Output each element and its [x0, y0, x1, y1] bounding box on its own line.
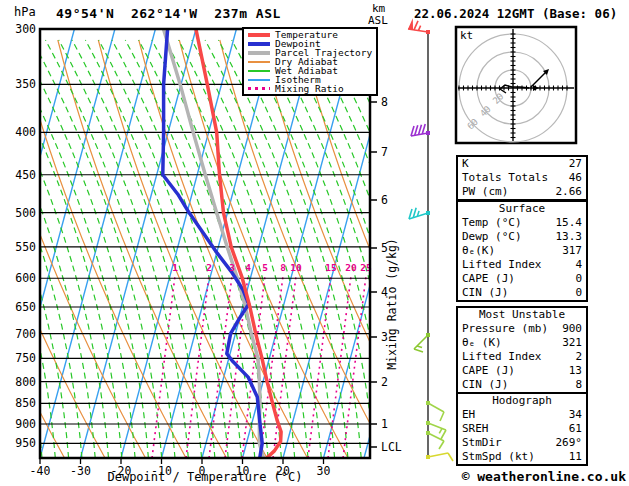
table-title: Surface [458, 202, 586, 216]
row-label: Temp (°C) [462, 216, 522, 230]
row-value: 321 [562, 336, 582, 350]
svg-text:2: 2 [206, 262, 212, 273]
table-row: Dewp (°C)13.3 [458, 230, 586, 244]
altitude-axis-unit-asl: ASL [368, 14, 388, 27]
row-label: CIN (J) [462, 378, 508, 392]
row-value: 34 [569, 408, 582, 422]
table-row: SREH61 [458, 422, 586, 436]
svg-text:650: 650 [15, 300, 36, 314]
table-row: StmSpd (kt)11 [458, 450, 586, 464]
row-label: Pressure (mb) [462, 322, 548, 336]
table-row: CAPE (J)0 [458, 272, 586, 286]
svg-text:8: 8 [381, 95, 388, 109]
wet-adiabat-lines [0, 40, 494, 458]
row-value: 0 [575, 286, 582, 300]
legend-swatch [248, 33, 270, 37]
row-value: 15.4 [556, 216, 583, 230]
hodograph-unit-label: kt [460, 29, 473, 42]
run-datetime: 22.06.2024 12GMT (Base: 06) [414, 6, 617, 21]
table-row: Temp (°C)15.4 [458, 216, 586, 230]
legend-swatch [248, 70, 270, 72]
svg-text:950: 950 [15, 436, 36, 450]
row-label: K [462, 157, 469, 171]
row-value: 2.66 [556, 185, 583, 199]
table-row: CAPE (J)13 [458, 364, 586, 378]
table-row: Pressure (mb)900 [458, 322, 586, 336]
legend-swatch [248, 42, 270, 46]
wind-barb-column [408, 18, 453, 461]
table-surface: SurfaceTemp (°C)15.4Dewp (°C)13.3θₑ(K)31… [456, 200, 588, 302]
svg-text:700: 700 [15, 327, 36, 341]
table-row: Lifted Index4 [458, 258, 586, 272]
row-label: StmDir [462, 436, 502, 450]
table-title: Hodograph [458, 394, 586, 408]
svg-text:500: 500 [15, 206, 36, 220]
svg-text:850: 850 [15, 396, 36, 410]
svg-text:5: 5 [262, 262, 268, 273]
row-value: 13.3 [556, 230, 583, 244]
mixing-ratio-labels: 12345810152025 [172, 262, 372, 273]
row-label: CAPE (J) [462, 364, 515, 378]
legend-swatch [248, 87, 270, 90]
row-label: CIN (J) [462, 286, 508, 300]
svg-text:15: 15 [325, 262, 337, 273]
legend-swatch [248, 79, 270, 81]
skewt-sounding-app: 1234581015202530035040045050055060065070… [0, 0, 629, 486]
row-value: 11 [569, 450, 582, 464]
copyright-notice: © weatheronline.co.uk [462, 469, 626, 484]
x-axis-title: Dewpoint / Temperature (°C) [40, 470, 370, 484]
table-hodograph: HodographEH34SREH61StmDir269°StmSpd (kt)… [456, 392, 588, 466]
row-label: EH [462, 408, 475, 422]
table-row: Lifted Index2 [458, 350, 586, 364]
svg-text:400: 400 [15, 125, 36, 139]
svg-text:6: 6 [381, 193, 388, 207]
table-row: CIN (J)8 [458, 378, 586, 392]
row-value: 0 [575, 272, 582, 286]
svg-text:600: 600 [15, 271, 36, 285]
svg-text:750: 750 [15, 351, 36, 365]
isotherm-lines [0, 29, 479, 458]
svg-text:1: 1 [172, 262, 178, 273]
row-label: Lifted Index [462, 258, 541, 272]
row-label: SREH [462, 422, 489, 436]
row-value: 8 [575, 378, 582, 392]
table-row: K27 [458, 157, 586, 171]
table-row: Totals Totals46 [458, 171, 586, 185]
table-row: EH34 [458, 408, 586, 422]
legend-swatch [248, 51, 270, 55]
pressure-tick-labels: 3003504004505005506006507007508008509009… [15, 22, 36, 450]
svg-text:10: 10 [290, 262, 302, 273]
svg-text:20: 20 [345, 262, 357, 273]
pressure-axis-unit: hPa [14, 5, 36, 19]
svg-text:550: 550 [15, 240, 36, 254]
table-row: PW (cm)2.66 [458, 185, 586, 199]
row-label: Lifted Index [462, 350, 541, 364]
chart-legend: TemperatureDewpointParcel TrajectoryDry … [242, 27, 378, 96]
row-value: 2 [575, 350, 582, 364]
row-label: θₑ (K) [462, 336, 502, 350]
svg-text:900: 900 [15, 417, 36, 431]
legend-label: Mixing Ratio [275, 84, 344, 93]
svg-text:800: 800 [15, 375, 36, 389]
table-indices: K27Totals Totals46PW (cm)2.66 [456, 155, 588, 201]
svg-text:350: 350 [15, 77, 36, 91]
svg-text:1: 1 [381, 417, 388, 431]
hodograph: 204060 [456, 27, 576, 143]
table-title: Most Unstable [458, 308, 586, 322]
row-label: Dewp (°C) [462, 230, 522, 244]
svg-text:300: 300 [15, 22, 36, 36]
row-label: CAPE (J) [462, 272, 515, 286]
svg-text:7: 7 [381, 145, 388, 159]
row-value: 900 [562, 322, 582, 336]
row-label: PW (cm) [462, 185, 508, 199]
mixing-ratio-axis-title: Mixing Ratio (g/kg) [385, 224, 399, 384]
table-row: CIN (J)0 [458, 286, 586, 300]
table-most-unstable: Most UnstablePressure (mb)900θₑ (K)321Li… [456, 306, 588, 394]
row-value: 27 [569, 157, 582, 171]
legend-item-mixing-ratio: Mixing Ratio [248, 84, 376, 93]
svg-text:450: 450 [15, 168, 36, 182]
row-label: StmSpd (kt) [462, 450, 535, 464]
row-value: 13 [569, 364, 582, 378]
svg-text:3: 3 [229, 262, 235, 273]
row-value: 4 [575, 258, 582, 272]
